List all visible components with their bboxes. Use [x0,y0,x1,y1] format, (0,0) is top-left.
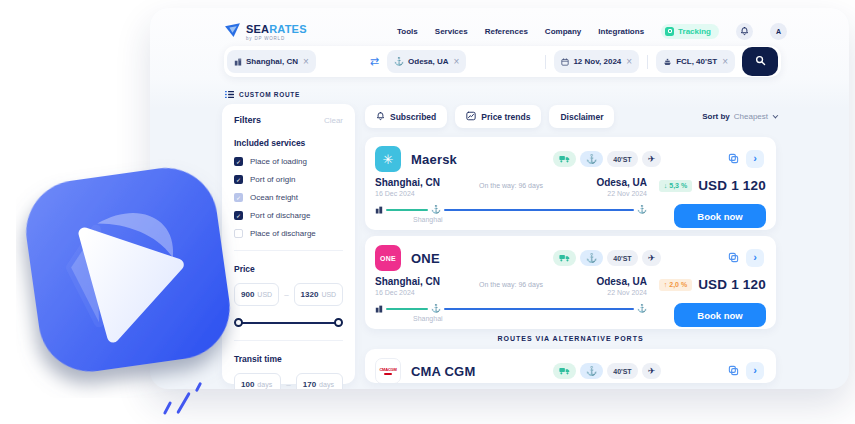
results-toolbar: Subscribed Price trends Disclaimer Sort … [365,105,776,128]
search-icon [755,54,766,69]
searates-logo[interactable]: SEARATES by DP WORLD [224,20,307,42]
service-checkbox-row[interactable]: ✓ Port of origin [234,175,343,184]
app-window: SEARATES by DP WORLD Tools Services Refe… [150,8,849,389]
one-logo: ONE [375,245,401,271]
service-badges: ⚓ 40'ST ✈ [553,250,661,266]
nav-item-tools[interactable]: Tools [397,27,418,36]
date-chip-label: 12 Nov, 2024 [573,57,621,66]
nav-item-company[interactable]: Company [545,27,581,36]
checkbox[interactable]: ✓ [234,193,243,202]
via-port-label: Shanghai [413,216,443,223]
carrier-name: ONE [411,251,440,266]
date-remove-icon[interactable]: × [626,56,632,67]
building-icon [234,58,242,66]
origin-city: Shanghai, CN [375,177,440,188]
slider-track [236,322,341,324]
confetti-stroke [163,401,172,415]
transit-time-title: Transit time [234,354,343,364]
copy-icon [728,152,739,167]
cma-cgm-logo: CMACGM [375,358,401,383]
container-chip[interactable]: FCL, 40'ST × [656,50,735,73]
date-chip[interactable]: 12 Nov, 2024 × [554,50,639,73]
list-icon [225,85,234,103]
container-remove-icon[interactable]: × [722,56,728,67]
copy-button[interactable] [728,364,739,379]
nav-item-integrations[interactable]: Integrations [598,27,644,36]
carrier-name: CMA CGM [411,364,475,379]
slider-handle-min[interactable] [234,318,243,327]
result-card-cma-cgm: CMACGM CMA CGM ⚓ [365,349,776,383]
expand-button[interactable]: › [746,362,764,380]
origin-chip-label: Shanghai, CN [246,57,298,66]
checkbox[interactable]: ✓ [234,229,243,238]
sort-dropdown[interactable]: Sort by Cheapest [702,112,776,121]
calendar-icon [561,58,569,66]
origin-chip[interactable]: Shanghai, CN × [227,50,316,73]
logo-text: SEARATES by DP WORLD [246,20,307,42]
ocean-segment [444,209,634,212]
copy-button[interactable] [728,251,739,266]
service-checkbox-row[interactable]: ✓ Place of loading [234,157,343,166]
results-panel: Subscribed Price trends Disclaimer Sort … [365,105,776,389]
transit-min-input[interactable]: 100 days [234,373,281,389]
subscribed-button[interactable]: Subscribed [365,105,447,128]
destination-chip[interactable]: ⚓ Odesa, UA × [387,50,466,73]
book-now-button[interactable]: Book now [674,204,766,228]
search-bar: Shanghai, CN × ⇄ ⚓ Odesa, UA × 1 [224,46,781,77]
origin-remove-icon[interactable]: × [303,56,309,67]
plane-badge: ✈ [642,363,662,379]
route-line: ⚓ ⚓ Shanghai [375,303,647,315]
transit-max-input[interactable]: 170 days [296,373,343,389]
nav-item-services[interactable]: Services [435,27,468,36]
divider [545,55,546,69]
range-dash: – [284,290,288,299]
arrival-date: 22 Nov 2024 [607,190,647,197]
anchor-icon: ⚓ [431,206,441,214]
carrier-name: Maersk [411,152,457,167]
search-button[interactable] [742,47,778,76]
filters-panel: Filters Clear Included services ✓ Place … [222,104,355,384]
ocean-segment [444,308,634,311]
service-checkbox-row[interactable]: ✓ Port of discharge [234,211,343,220]
logo-mark-icon [224,21,241,42]
disclaimer-button[interactable]: Disclaimer [549,105,614,128]
price-title: Price [234,264,343,274]
service-badges: ⚓ 40'ST ✈ [553,151,661,167]
truck-badge [553,151,576,167]
price-range-slider[interactable] [234,318,343,328]
tracking-button[interactable]: Tracking [661,24,719,39]
truck-badge [553,363,576,379]
plane-badge: ✈ [642,151,662,167]
nav-menu: Tools Services References Company Integr… [397,23,787,40]
expand-button[interactable]: › [746,150,764,168]
price-trends-button[interactable]: Price trends [455,105,541,128]
precarriage-segment [386,209,428,211]
book-now-button[interactable]: Book now [674,303,766,327]
clear-filters-button[interactable]: Clear [324,116,343,125]
arrow-down-icon: ↓ [664,182,668,189]
range-dash: – [286,380,290,389]
chevron-right-icon: › [753,152,757,164]
nav-item-references[interactable]: References [485,27,528,36]
price-max-input[interactable]: 1320 USD [294,283,344,306]
origin-city: Shanghai, CN [375,276,440,287]
expand-button[interactable]: › [746,249,764,267]
avatar[interactable]: A [770,23,787,40]
price-min-input[interactable]: 900 USD [234,283,279,306]
slider-handle-max[interactable] [334,318,343,327]
truck-badge [553,250,576,266]
swap-icon[interactable]: ⇄ [370,55,379,68]
checkbox[interactable]: ✓ [234,211,243,220]
notifications-button[interactable] [736,23,753,40]
custom-route-button[interactable]: CUSTOM ROUTE [225,85,300,103]
anchor-badge: ⚓ [580,151,603,167]
checkbox[interactable]: ✓ [234,175,243,184]
copy-icon [728,251,739,266]
copy-button[interactable] [728,152,739,167]
destination-remove-icon[interactable]: × [454,56,460,67]
checkbox[interactable]: ✓ [234,157,243,166]
service-checkbox-row[interactable]: ✓ Ocean freight [234,193,343,202]
check-icon: ✓ [236,159,241,165]
chart-icon [466,111,476,123]
service-checkbox-row[interactable]: ✓ Place of discharge [234,229,343,238]
